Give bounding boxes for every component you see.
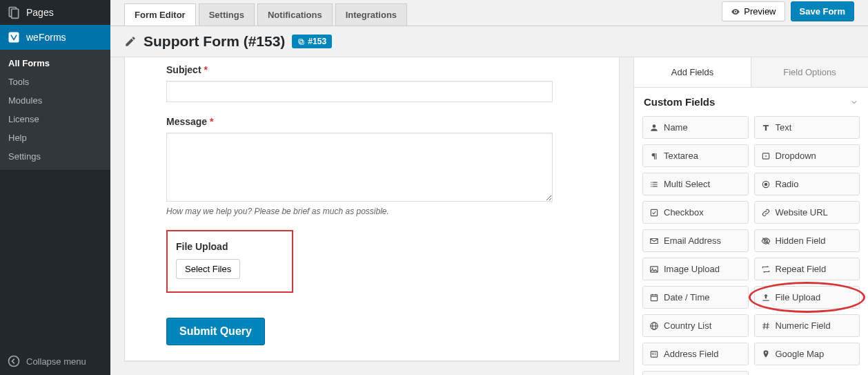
field-file-upload[interactable]: File Upload Select Files bbox=[166, 230, 578, 293]
globe-icon bbox=[649, 321, 659, 331]
file-upload-highlight: File Upload Select Files bbox=[166, 230, 293, 293]
svg-point-23 bbox=[652, 353, 653, 354]
field-btn-label: Google Map bbox=[776, 349, 825, 359]
fields-grid: NameTextTextareaDropdownMulti SelectRadi… bbox=[634, 112, 868, 375]
panel-tab-add-fields[interactable]: Add Fields bbox=[634, 57, 751, 87]
pages-icon bbox=[7, 6, 21, 19]
field-btn-country-list[interactable]: Country List bbox=[642, 314, 749, 337]
sidebar-item-weforms[interactable]: weForms bbox=[0, 25, 110, 50]
field-btn-multi-select[interactable]: Multi Select bbox=[642, 173, 749, 195]
preview-button[interactable]: Preview bbox=[722, 1, 785, 21]
preview-label: Preview bbox=[744, 6, 776, 17]
file-upload-label: File Upload bbox=[176, 241, 284, 252]
field-btn-textarea[interactable]: Textarea bbox=[642, 144, 749, 167]
required-marker: * bbox=[210, 116, 213, 127]
field-btn-label: Text bbox=[776, 122, 792, 133]
admin-sidebar: Pages weForms All Forms Tools Modules Li… bbox=[0, 0, 110, 375]
field-btn-website-url[interactable]: Website URL bbox=[754, 201, 860, 224]
field-btn-date-time[interactable]: Date / Time bbox=[642, 286, 749, 309]
address-icon bbox=[649, 349, 659, 359]
select-files-button[interactable]: Select Files bbox=[176, 259, 240, 279]
pencil-icon bbox=[124, 35, 137, 48]
field-btn-text[interactable]: Text bbox=[754, 116, 860, 139]
submenu-settings[interactable]: Settings bbox=[0, 147, 110, 166]
field-btn-label: Multi Select bbox=[664, 179, 710, 189]
user-icon bbox=[649, 123, 659, 133]
svg-point-4 bbox=[735, 10, 736, 12]
message-textarea[interactable] bbox=[166, 133, 553, 202]
svg-rect-15 bbox=[651, 294, 657, 300]
repeat-icon bbox=[761, 265, 771, 274]
svg-rect-2 bbox=[9, 32, 19, 43]
submenu-license[interactable]: License bbox=[0, 110, 110, 128]
top-actions: Preview Save Form bbox=[722, 1, 854, 26]
field-btn-email-address[interactable]: Email Address bbox=[642, 229, 749, 252]
save-form-button[interactable]: Save Form bbox=[791, 1, 854, 21]
field-btn-label: Image Upload bbox=[664, 264, 720, 274]
field-message[interactable]: Message * How may we help you? Please be… bbox=[166, 116, 578, 216]
field-btn-repeat-field[interactable]: Repeat Field bbox=[754, 258, 860, 280]
form-canvas: Subject * Message * How may we help you?… bbox=[124, 57, 620, 361]
panel-tabs: Add Fields Field Options bbox=[634, 57, 868, 88]
collapse-menu[interactable]: Collapse menu bbox=[0, 347, 110, 375]
field-btn-name[interactable]: Name bbox=[642, 116, 749, 139]
caret-down-icon bbox=[761, 151, 771, 161]
field-btn-label: Repeat Field bbox=[776, 264, 827, 274]
field-btn-image-upload[interactable]: Image Upload bbox=[642, 258, 749, 280]
page-title: Support Form (#153) bbox=[144, 33, 285, 50]
required-marker: * bbox=[204, 64, 207, 75]
svg-rect-10 bbox=[651, 209, 657, 215]
subject-input[interactable] bbox=[166, 81, 553, 102]
tab-integrations[interactable]: Integrations bbox=[335, 3, 407, 26]
collapse-label: Collapse menu bbox=[26, 356, 86, 367]
field-subject[interactable]: Subject * bbox=[166, 64, 578, 102]
field-btn-file-upload[interactable]: File Upload bbox=[754, 286, 860, 309]
field-btn-label: Email Address bbox=[664, 235, 721, 246]
submenu-all-forms[interactable]: All Forms bbox=[0, 54, 110, 73]
message-label: Message * bbox=[166, 116, 578, 127]
hash-icon bbox=[761, 321, 771, 331]
eye-slash-icon bbox=[761, 236, 771, 246]
field-btn-radio[interactable]: Radio bbox=[754, 173, 860, 195]
submit-button[interactable]: Submit Query bbox=[166, 318, 265, 345]
main-area: Form Editor Settings Notifications Integ… bbox=[110, 0, 868, 375]
copy-icon bbox=[297, 38, 305, 46]
panel-section-custom-fields[interactable]: Custom Fields bbox=[634, 88, 868, 112]
field-btn-google-map[interactable]: Google Map bbox=[754, 343, 860, 365]
field-btn-label: Textarea bbox=[664, 151, 698, 161]
submenu-tools[interactable]: Tools bbox=[0, 73, 110, 91]
collapse-icon bbox=[7, 354, 21, 368]
tab-form-editor[interactable]: Form Editor bbox=[124, 3, 196, 26]
content-row: Subject * Message * How may we help you?… bbox=[110, 57, 868, 375]
submenu-modules[interactable]: Modules bbox=[0, 91, 110, 110]
field-btn-checkbox[interactable]: Checkbox bbox=[642, 201, 749, 224]
eye-icon bbox=[731, 7, 740, 17]
marker-icon bbox=[761, 349, 771, 359]
field-btn-step-start[interactable]: Step Start bbox=[642, 371, 749, 375]
field-btn-address-field[interactable]: Address Field bbox=[642, 343, 749, 365]
field-btn-numeric-field[interactable]: Numeric Field bbox=[754, 314, 860, 337]
svg-rect-6 bbox=[299, 39, 303, 43]
chevron-down-icon bbox=[850, 98, 858, 106]
field-btn-dropdown[interactable]: Dropdown bbox=[754, 144, 860, 167]
upload-icon bbox=[761, 293, 771, 302]
fields-panel: Add Fields Field Options Custom Fields N… bbox=[633, 57, 868, 375]
form-id-badge[interactable]: #153 bbox=[292, 35, 332, 48]
svg-rect-22 bbox=[651, 351, 657, 356]
paragraph-icon bbox=[649, 151, 659, 161]
field-btn-hidden-field[interactable]: Hidden Field bbox=[754, 229, 860, 252]
field-btn-label: Hidden Field bbox=[776, 235, 826, 246]
field-btn-label: Dropdown bbox=[776, 151, 816, 161]
subject-label: Subject * bbox=[166, 64, 578, 75]
submenu-help[interactable]: Help bbox=[0, 128, 110, 147]
tab-notifications[interactable]: Notifications bbox=[257, 3, 333, 26]
title-bar: Support Form (#153) #153 bbox=[110, 26, 868, 57]
image-icon bbox=[649, 265, 659, 274]
weforms-icon bbox=[7, 30, 21, 44]
dot-icon bbox=[761, 180, 771, 189]
link-icon bbox=[761, 208, 771, 218]
sidebar-item-pages[interactable]: Pages bbox=[0, 0, 110, 25]
panel-tab-field-options[interactable]: Field Options bbox=[751, 57, 868, 87]
svg-point-3 bbox=[9, 356, 19, 367]
tab-settings[interactable]: Settings bbox=[199, 3, 255, 26]
